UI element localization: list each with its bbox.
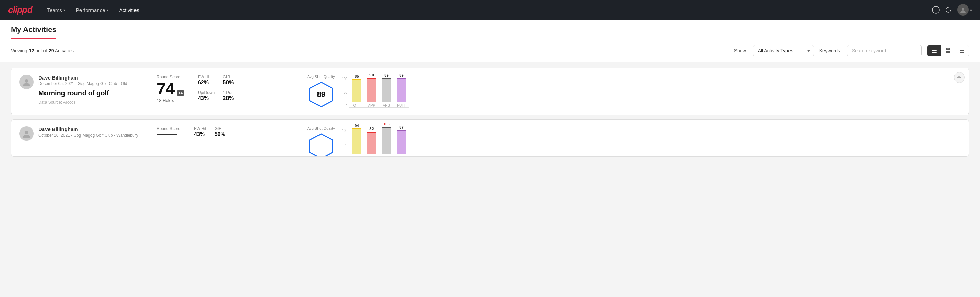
bar-chart-area: 100 50 0 94 <box>342 127 961 156</box>
bar-col-arg: 89 <box>382 73 391 102</box>
activity-card: Dave Billingham October 16, 2021 - Gog M… <box>11 119 969 156</box>
bar-arg <box>382 78 391 102</box>
svg-rect-12 <box>959 50 964 51</box>
hexagon-number: 89 <box>317 90 325 99</box>
avatar <box>19 126 33 141</box>
one-putt-value: 28% <box>223 95 239 101</box>
x-label-arg: ARG <box>382 104 391 107</box>
y-min: 0 <box>342 156 348 156</box>
y-max: 100 <box>342 77 348 81</box>
y-mid: 50 <box>342 142 348 146</box>
bar-putt <box>397 130 406 154</box>
bar-value-arg: 106 <box>383 122 390 126</box>
x-label-ott: OTT <box>352 104 361 107</box>
chevron-down-icon: ▾ <box>64 8 65 12</box>
svg-rect-13 <box>959 52 964 53</box>
activity-type-wrapper: All Activity Types <box>753 45 814 56</box>
bar-col-ott: 94 <box>352 124 361 154</box>
one-putt-item: 1 Putt 28% <box>223 90 239 103</box>
bar-putt <box>397 78 406 102</box>
viewing-label: Activities <box>55 48 74 53</box>
round-score-label: Round Score <box>156 75 185 80</box>
bar-col-putt: 87 <box>397 125 406 154</box>
viewing-out-of: out of <box>35 48 47 53</box>
score-number: 74 <box>156 81 175 97</box>
fw-hit-value: 62% <box>198 80 215 86</box>
activity-type-select[interactable]: All Activity Types <box>753 45 814 56</box>
page-title: My Activities <box>11 25 56 39</box>
y-min: 0 <box>342 104 348 108</box>
view-grid-button[interactable] <box>941 45 955 56</box>
bar-app <box>367 78 376 102</box>
svg-rect-7 <box>946 48 948 50</box>
nav-item-performance[interactable]: Performance ▾ <box>72 5 112 16</box>
round-score-group: Round Score <box>156 126 180 137</box>
bar-value-ott: 85 <box>355 74 359 78</box>
nav-label-activities: Activities <box>119 7 139 13</box>
card-quality: Avg Shot Quality 89 100 50 0 <box>307 75 961 108</box>
x-labels-row: OTT APP ARG PUTT <box>352 104 406 107</box>
y-axis: 100 50 0 <box>342 77 348 108</box>
nav-item-activities[interactable]: Activities <box>115 5 143 16</box>
view-list-compact-button[interactable] <box>928 45 941 56</box>
fw-hit-item: FW Hit 43% <box>194 126 207 137</box>
viewing-count: 12 <box>29 48 34 53</box>
avg-shot-quality-label: Avg Shot Quality <box>307 75 335 79</box>
page-header: My Activities <box>0 20 980 40</box>
card-name: Dave Billingham <box>38 75 148 81</box>
user-menu[interactable]: ▾ <box>957 4 972 16</box>
round-score-group: Round Score 74 +4 18 Holes <box>156 75 185 103</box>
bars-row: 85 90 <box>352 75 406 102</box>
svg-rect-8 <box>948 48 950 50</box>
keyword-input[interactable] <box>847 45 921 56</box>
score-badge: +4 <box>177 90 185 96</box>
x-label-putt: PUTT <box>397 155 406 156</box>
svg-point-16 <box>25 131 28 134</box>
updown-item: Up/Down 43% <box>198 90 215 103</box>
hexagon: 89 <box>308 81 335 108</box>
bar-col-arg: 106 <box>382 122 391 154</box>
refresh-button[interactable] <box>945 6 952 13</box>
card-name: Dave Billingham <box>38 126 148 132</box>
bar-value-putt: 87 <box>399 125 403 129</box>
activity-card: ✏ Dave Billingham December 05, 2021 - Go… <box>11 68 969 115</box>
card-stats: Round Score 74 +4 18 Holes FW Hit 62% GI… <box>156 75 299 103</box>
gir-value: 56% <box>215 131 227 137</box>
gir-item: GIR 50% <box>223 75 239 88</box>
filter-bar: Viewing 12 out of 29 Activities Show: Al… <box>0 40 980 62</box>
bar-value-arg: 89 <box>384 73 388 77</box>
edit-button[interactable]: ✏ <box>954 72 965 83</box>
card-source: Data Source: Arccos <box>38 100 148 105</box>
holes-count: 18 Holes <box>156 98 185 103</box>
x-labels-row: OTT APP ARG PUTT <box>352 155 406 156</box>
x-label-putt: PUTT <box>397 104 406 107</box>
svg-point-3 <box>962 8 964 11</box>
show-label: Show: <box>734 48 748 53</box>
bar-col-ott: 85 <box>352 74 361 102</box>
card-left: Dave Billingham October 16, 2021 - Gog M… <box>19 126 148 141</box>
view-toggle <box>927 45 969 56</box>
activities-list: ✏ Dave Billingham December 05, 2021 - Go… <box>0 62 980 162</box>
keywords-label: Keywords: <box>819 48 842 53</box>
round-score-label: Round Score <box>156 126 180 131</box>
user-chevron-icon: ▾ <box>970 8 972 12</box>
gir-label: GIR <box>223 75 239 80</box>
navbar: clippd Teams ▾ Performance ▾ Activities <box>0 0 980 20</box>
bar-ott <box>352 79 361 102</box>
chart-body: 94 82 <box>349 127 409 156</box>
card-quality: Avg Shot Quality 100 50 0 <box>307 126 961 156</box>
logo: clippd <box>8 5 32 15</box>
bar-value-app: 82 <box>369 127 374 131</box>
avatar <box>19 75 33 89</box>
nav-right: ▾ <box>932 4 972 16</box>
bar-col-putt: 89 <box>397 73 406 102</box>
view-list-button[interactable] <box>955 45 969 56</box>
x-label-arg: ARG <box>382 155 391 156</box>
hexagon-wrapper: Avg Shot Quality 89 <box>307 75 335 108</box>
bar-col-app: 82 <box>367 127 376 154</box>
add-button[interactable] <box>932 6 940 14</box>
nav-item-teams[interactable]: Teams ▾ <box>43 5 69 16</box>
svg-rect-10 <box>948 51 950 53</box>
gir-value: 50% <box>223 80 239 86</box>
card-date: October 16, 2021 - Gog Magog Golf Club -… <box>38 133 148 137</box>
